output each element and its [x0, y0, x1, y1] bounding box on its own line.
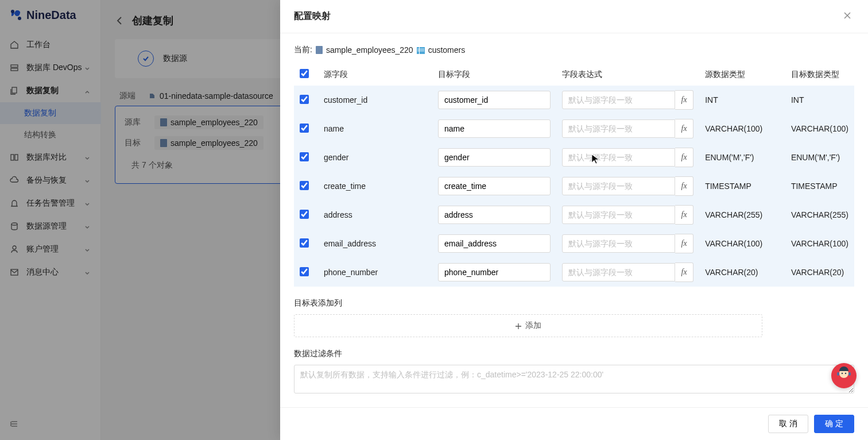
field-row: address fx VARCHAR(255) VARCHAR(255) — [294, 200, 854, 229]
target-field-input[interactable] — [438, 148, 551, 167]
source-type-cell: TIMESTAMP — [699, 172, 785, 200]
target-type-cell: VARCHAR(20) — [785, 258, 854, 287]
row-checkbox[interactable] — [300, 181, 309, 190]
target-type-cell: TIMESTAMP — [785, 172, 854, 200]
field-row: name fx VARCHAR(100) VARCHAR(100) — [294, 114, 854, 143]
target-field-input[interactable] — [438, 234, 551, 253]
source-type-cell: ENUM('M','F') — [699, 143, 785, 172]
row-checkbox[interactable] — [300, 210, 309, 219]
modal-title: 配置映射 — [294, 10, 331, 22]
field-expr-input[interactable] — [562, 263, 675, 281]
target-field-input[interactable] — [438, 263, 551, 281]
field-row: gender fx ENUM('M','F') ENUM('M','F') — [294, 143, 854, 172]
fx-icon[interactable]: fx — [675, 205, 693, 225]
source-field-cell: create_time — [318, 172, 432, 200]
filter-section-title: 数据过滤条件 — [294, 349, 854, 359]
breadcrumb-db: sample_employees_220 — [326, 45, 413, 55]
col-target-type: 目标数据类型 — [785, 63, 854, 86]
svg-rect-15 — [837, 378, 851, 386]
svg-rect-11 — [417, 49, 424, 49]
source-type-cell: VARCHAR(20) — [699, 258, 785, 287]
select-all-checkbox[interactable] — [300, 69, 309, 78]
fx-icon[interactable]: fx — [675, 90, 693, 110]
field-row: email_address fx VARCHAR(100) VARCHAR(10… — [294, 229, 854, 258]
add-column-button[interactable]: 添加 — [294, 314, 762, 337]
row-checkbox[interactable] — [300, 238, 309, 248]
svg-point-17 — [845, 373, 846, 374]
fx-icon[interactable]: fx — [675, 148, 693, 167]
col-field-expr: 字段表达式 — [556, 63, 699, 86]
row-checkbox[interactable] — [300, 123, 309, 133]
filter-textarea[interactable] — [294, 365, 854, 393]
col-target-field: 目标字段 — [432, 63, 556, 86]
source-field-cell: gender — [318, 143, 432, 172]
source-field-cell: address — [318, 200, 432, 229]
config-mapping-modal: 配置映射 当前: sample_employees_220 customers … — [280, 0, 868, 440]
target-type-cell: VARCHAR(100) — [785, 229, 854, 258]
source-field-cell: customer_id — [318, 86, 432, 114]
svg-rect-12 — [417, 51, 424, 51]
breadcrumb-table: customers — [428, 45, 466, 55]
target-type-cell: VARCHAR(100) — [785, 114, 854, 143]
source-field-cell: name — [318, 114, 432, 143]
fx-icon[interactable]: fx — [675, 263, 693, 282]
source-type-cell: INT — [699, 86, 785, 114]
source-field-cell: phone_number — [318, 258, 432, 287]
plus-icon — [515, 322, 522, 329]
target-type-cell: ENUM('M','F') — [785, 143, 854, 172]
field-mapping-table: 源字段 目标字段 字段表达式 源数据类型 目标数据类型 customer_id … — [294, 63, 854, 287]
fx-icon[interactable]: fx — [675, 234, 693, 253]
target-field-input[interactable] — [438, 119, 551, 138]
cancel-button[interactable]: 取 消 — [768, 415, 808, 433]
target-type-cell: INT — [785, 86, 854, 114]
target-type-cell: VARCHAR(255) — [785, 200, 854, 229]
source-type-cell: VARCHAR(100) — [699, 114, 785, 143]
field-expr-input[interactable] — [562, 177, 675, 195]
source-type-cell: VARCHAR(255) — [699, 200, 785, 229]
confirm-button[interactable]: 确 定 — [814, 415, 854, 433]
target-field-input[interactable] — [438, 206, 551, 224]
col-source-field: 源字段 — [318, 63, 432, 86]
svg-rect-19 — [848, 372, 851, 376]
target-field-input[interactable] — [438, 177, 551, 195]
field-row: create_time fx TIMESTAMP TIMESTAMP — [294, 172, 854, 200]
row-checkbox[interactable] — [300, 267, 309, 276]
breadcrumb-prefix: 当前: — [294, 45, 312, 55]
field-expr-input[interactable] — [562, 206, 675, 224]
source-field-cell: email_address — [318, 229, 432, 258]
fx-icon[interactable]: fx — [675, 119, 693, 138]
table-icon — [417, 47, 425, 53]
field-row: phone_number fx VARCHAR(20) VARCHAR(20) — [294, 258, 854, 287]
svg-point-16 — [842, 373, 843, 374]
close-icon[interactable] — [843, 11, 854, 22]
breadcrumb: 当前: sample_employees_220 customers — [294, 45, 854, 55]
database-icon — [316, 46, 323, 54]
svg-rect-13 — [419, 47, 420, 54]
fx-icon[interactable]: fx — [675, 176, 693, 196]
field-row: customer_id fx INT INT — [294, 86, 854, 114]
field-expr-input[interactable] — [562, 148, 675, 167]
field-expr-input[interactable] — [562, 234, 675, 253]
modal-footer: 取 消 确 定 — [280, 407, 868, 440]
field-expr-input[interactable] — [562, 91, 675, 109]
target-field-input[interactable] — [438, 91, 551, 109]
source-type-cell: VARCHAR(100) — [699, 229, 785, 258]
field-expr-input[interactable] — [562, 119, 675, 138]
modal-body: 当前: sample_employees_220 customers 源字段 目… — [280, 33, 868, 407]
support-avatar[interactable] — [831, 363, 857, 388]
svg-rect-18 — [837, 372, 839, 376]
row-checkbox[interactable] — [300, 95, 309, 104]
modal-header: 配置映射 — [280, 0, 868, 33]
add-column-section-title: 目标表添加列 — [294, 298, 854, 308]
row-checkbox[interactable] — [300, 152, 309, 161]
col-source-type: 源数据类型 — [699, 63, 785, 86]
